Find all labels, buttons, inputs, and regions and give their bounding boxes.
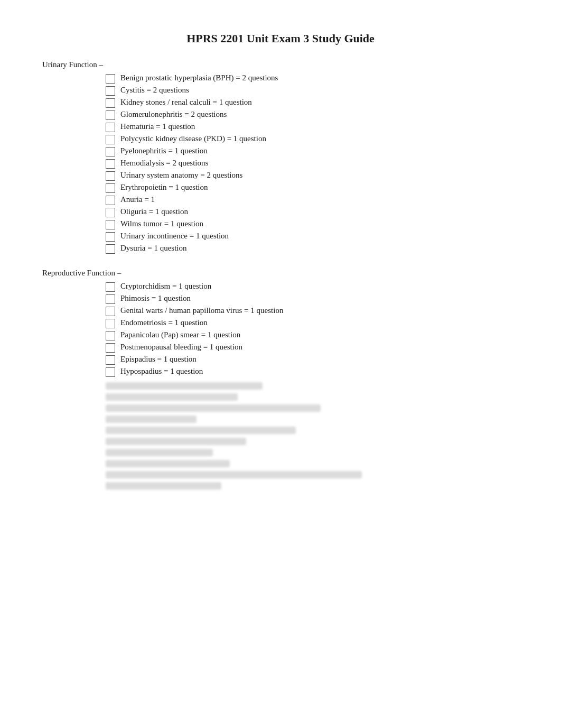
blurred-line — [106, 416, 197, 423]
bullet-icon — [106, 159, 115, 169]
list-item: Cryptorchidism = 1 question — [42, 282, 519, 292]
reproductive-section: Reproductive Function – Cryptorchidism =… — [42, 269, 519, 490]
bullet-icon — [106, 208, 115, 217]
bullet-icon — [106, 232, 115, 242]
bullet-icon — [106, 123, 115, 132]
bullet-icon — [106, 110, 115, 120]
bullet-icon — [106, 282, 115, 292]
bullet-icon — [106, 183, 115, 193]
bullet-icon — [106, 74, 115, 84]
blurred-line — [106, 460, 230, 467]
reproductive-header: Reproductive Function – — [42, 269, 519, 278]
bullet-text: Hypospadius = 1 question — [120, 367, 519, 376]
blurred-line — [106, 382, 263, 390]
bullet-icon — [106, 355, 115, 365]
bullet-text: Oliguria = 1 question — [120, 207, 519, 216]
blurred-line — [106, 482, 221, 490]
page-title: HPRS 2201 Unit Exam 3 Study Guide — [42, 32, 519, 45]
blurred-line — [106, 438, 246, 445]
list-item: Anuria = 1 — [42, 195, 519, 205]
bullet-icon — [106, 294, 115, 304]
bullet-icon — [106, 147, 115, 156]
bullet-text: Erythropoietin = 1 question — [120, 183, 519, 192]
bullet-text: Urinary system anatomy = 2 questions — [120, 171, 519, 180]
bullet-text: Kidney stones / renal calculi = 1 questi… — [120, 98, 519, 107]
list-item: Phimosis = 1 question — [42, 294, 519, 304]
list-item: Wilms tumor = 1 question — [42, 219, 519, 229]
bullet-icon — [106, 319, 115, 328]
bullet-icon — [106, 220, 115, 229]
bullet-text: Cystitis = 2 questions — [120, 86, 519, 95]
bullet-text: Pyelonephritis = 1 question — [120, 146, 519, 155]
bullet-text: Benign prostatic hyperplasia (BPH) = 2 q… — [120, 73, 519, 82]
list-item: Hematuria = 1 question — [42, 122, 519, 132]
urinary-list: Benign prostatic hyperplasia (BPH) = 2 q… — [42, 73, 519, 254]
bullet-text: Postmenopausal bleeding = 1 question — [120, 343, 519, 352]
list-item: Erythropoietin = 1 question — [42, 183, 519, 193]
list-item: Genital warts / human papilloma virus = … — [42, 306, 519, 316]
bullet-text: Endometriosis = 1 question — [120, 318, 519, 327]
bullet-text: Polycystic kidney disease (PKD) = 1 ques… — [120, 134, 519, 143]
blurred-content — [42, 382, 519, 490]
bullet-text: Epispadius = 1 question — [120, 355, 519, 364]
list-item: Glomerulonephritis = 2 questions — [42, 110, 519, 120]
bullet-icon — [106, 307, 115, 316]
list-item: Dysuria = 1 question — [42, 244, 519, 254]
bullet-text: Cryptorchidism = 1 question — [120, 282, 519, 291]
bullet-icon — [106, 331, 115, 340]
urinary-section: Urinary Function – Benign prostatic hype… — [42, 60, 519, 254]
bullet-icon — [106, 367, 115, 377]
bullet-icon — [106, 86, 115, 96]
bullet-icon — [106, 244, 115, 254]
reproductive-list: Cryptorchidism = 1 question Phimosis = 1… — [42, 282, 519, 377]
list-item: Epispadius = 1 question — [42, 355, 519, 365]
list-item: Papanicolau (Pap) smear = 1 question — [42, 330, 519, 340]
list-item: Cystitis = 2 questions — [42, 86, 519, 96]
bullet-icon — [106, 98, 115, 108]
list-item: Hypospadius = 1 question — [42, 367, 519, 377]
bullet-text: Phimosis = 1 question — [120, 294, 519, 303]
bullet-text: Wilms tumor = 1 question — [120, 219, 519, 228]
list-item: Urinary incontinence = 1 question — [42, 232, 519, 242]
list-item: Hemodialysis = 2 questions — [42, 159, 519, 169]
bullet-text: Dysuria = 1 question — [120, 244, 519, 253]
list-item: Oliguria = 1 question — [42, 207, 519, 217]
bullet-text: Hemodialysis = 2 questions — [120, 159, 519, 168]
list-item: Urinary system anatomy = 2 questions — [42, 171, 519, 181]
bullet-icon — [106, 196, 115, 205]
bullet-text: Genital warts / human papilloma virus = … — [120, 306, 519, 315]
bullet-icon — [106, 135, 115, 144]
bullet-icon — [106, 171, 115, 181]
urinary-header: Urinary Function – — [42, 60, 519, 69]
bullet-text: Glomerulonephritis = 2 questions — [120, 110, 519, 119]
blurred-line — [106, 404, 321, 412]
blurred-line — [106, 471, 362, 478]
bullet-text: Urinary incontinence = 1 question — [120, 232, 519, 241]
list-item: Polycystic kidney disease (PKD) = 1 ques… — [42, 134, 519, 144]
bullet-text: Papanicolau (Pap) smear = 1 question — [120, 330, 519, 339]
blurred-line — [106, 393, 238, 401]
list-item: Kidney stones / renal calculi = 1 questi… — [42, 98, 519, 108]
blurred-line — [106, 427, 296, 434]
bullet-text: Anuria = 1 — [120, 195, 519, 204]
blurred-line — [106, 449, 213, 456]
list-item: Benign prostatic hyperplasia (BPH) = 2 q… — [42, 73, 519, 84]
bullet-text: Hematuria = 1 question — [120, 122, 519, 131]
list-item: Pyelonephritis = 1 question — [42, 146, 519, 156]
list-item: Postmenopausal bleeding = 1 question — [42, 343, 519, 353]
bullet-icon — [106, 343, 115, 353]
list-item: Endometriosis = 1 question — [42, 318, 519, 328]
